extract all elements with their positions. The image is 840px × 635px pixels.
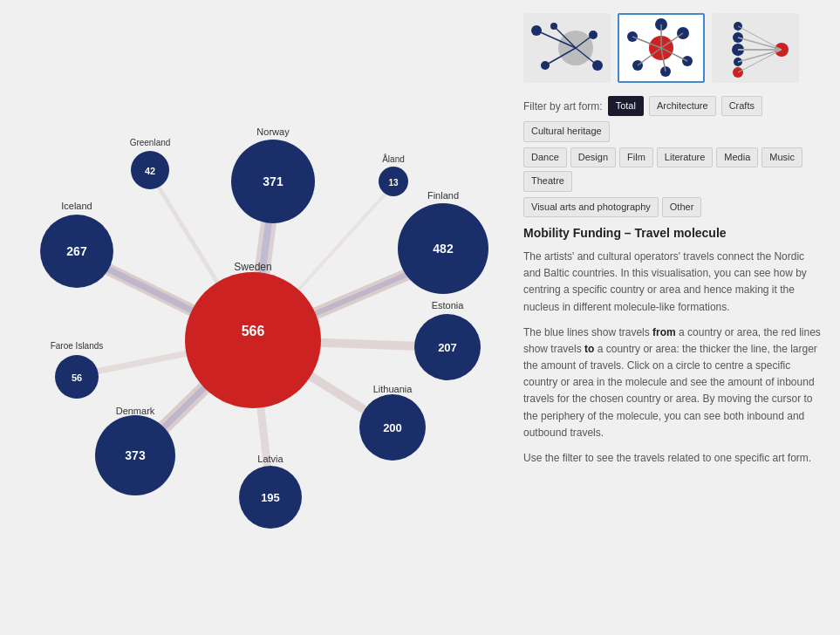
svg-text:Estonia: Estonia [432,300,465,311]
filter-btn-music[interactable]: Music [761,147,802,167]
filter-buttons-row2: Dance Design Film Literature Media Music… [523,147,823,192]
filter-btn-total[interactable]: Total [608,96,644,116]
filter-btn-architecture[interactable]: Architecture [649,96,716,116]
svg-text:482: 482 [433,242,454,256]
filter-buttons-row3: Visual arts and photography Other [523,197,823,217]
description-section: Mobility Funding – Travel molecule The a… [523,226,823,622]
svg-text:Finland: Finland [427,190,459,201]
filter-btn-theatre[interactable]: Theatre [523,171,572,191]
viz-panel: 371 Norway 482 Finland 207 Estonia 200 L… [0,0,515,635]
filter-btn-other[interactable]: Other [662,197,702,217]
svg-line-68 [738,38,782,50]
svg-text:195: 195 [261,491,280,504]
thumbnail-2[interactable] [618,13,705,83]
filter-btn-media[interactable]: Media [716,147,758,167]
svg-text:373: 373 [125,448,146,462]
filter-btn-design[interactable]: Design [570,147,616,167]
svg-line-71 [738,50,782,72]
description-title: Mobility Funding – Travel molecule [523,226,823,240]
thumbnail-row [523,13,823,83]
svg-text:Denmark: Denmark [116,406,155,416]
svg-line-70 [738,50,782,62]
svg-text:207: 207 [438,341,457,354]
thumbnail-3[interactable] [712,13,799,83]
filter-section: Filter by art form: Total Architecture C… [523,96,823,217]
svg-text:371: 371 [263,174,283,188]
svg-text:Åland: Åland [382,154,405,164]
thumbnail-1[interactable] [523,13,611,83]
svg-text:Faroe Islands: Faroe Islands [51,341,104,351]
svg-text:Greenland: Greenland [130,138,171,147]
svg-text:566: 566 [242,324,265,338]
filter-btn-literature[interactable]: Literature [657,147,713,167]
filter-label-text: Filter by art form: [523,100,603,113]
main-container: 371 Norway 482 Finland 207 Estonia 200 L… [0,0,840,635]
svg-text:200: 200 [383,421,402,434]
svg-text:Latvia: Latvia [257,454,283,464]
svg-text:Iceland: Iceland [61,201,92,211]
svg-text:Norway: Norway [256,126,290,137]
svg-text:56: 56 [72,372,82,383]
description-para2: The blue lines show travels from a count… [523,324,823,441]
description-para1: The artists' and cultural operators' tra… [523,249,823,316]
sweden-node[interactable] [185,272,321,408]
svg-text:267: 267 [66,244,87,258]
svg-text:Sweden: Sweden [234,261,271,273]
molecule-svg: 371 Norway 482 Finland 207 Estonia 200 L… [0,0,515,635]
filter-btn-cultural-heritage[interactable]: Cultural heritage [523,121,610,141]
svg-line-67 [738,26,782,50]
info-panel: Filter by art form: Total Architecture C… [515,0,840,635]
description-para3: Use the filter to see the travels relate… [523,450,823,467]
filter-label-row: Filter by art form: Total Architecture C… [523,96,823,142]
svg-text:42: 42 [145,166,155,176]
filter-btn-crafts[interactable]: Crafts [721,96,762,116]
filter-btn-visual-arts[interactable]: Visual arts and photography [523,197,659,217]
svg-text:13: 13 [388,178,399,188]
svg-text:Lithuania: Lithuania [373,384,413,394]
filter-btn-film[interactable]: Film [619,147,653,167]
filter-btn-dance[interactable]: Dance [523,147,567,167]
